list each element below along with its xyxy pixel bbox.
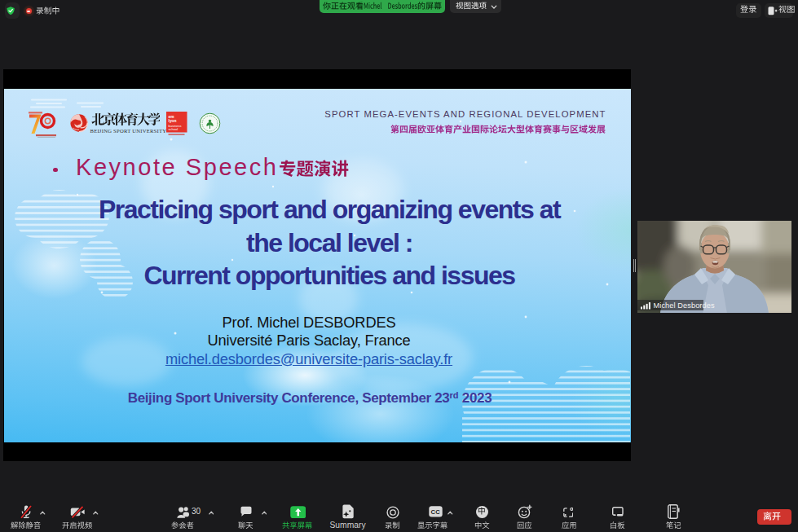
svg-text:em: em — [169, 115, 174, 119]
svg-text:school: school — [169, 127, 179, 131]
svg-text:lyon: lyon — [169, 119, 177, 123]
svg-text:CC: CC — [430, 508, 440, 516]
